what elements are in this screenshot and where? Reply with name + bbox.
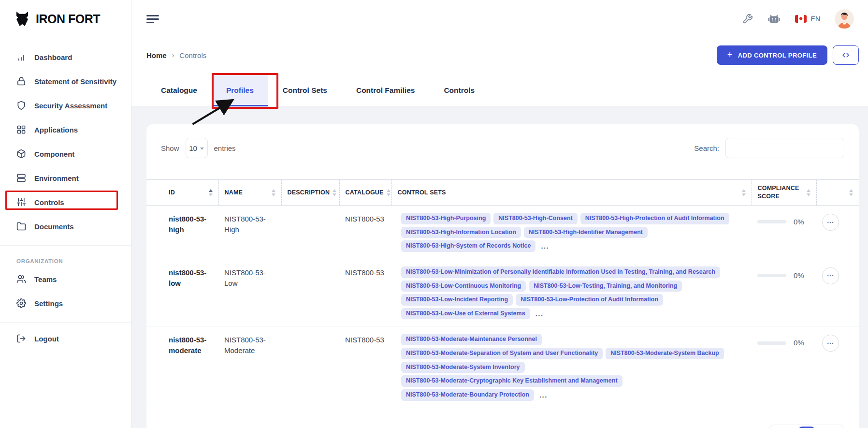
row-actions-button[interactable]: ...	[822, 214, 839, 231]
sidebar-item-security-assessment[interactable]: Security Assessment	[0, 93, 131, 118]
compliance-score-cell: 0%	[752, 326, 816, 408]
sort-icon	[272, 189, 275, 196]
compliance-progress-bar	[757, 274, 786, 277]
sidebar-item-component[interactable]: Component	[0, 142, 131, 166]
code-chevrons-icon	[841, 51, 851, 59]
profile-name-cell: NIST800-53-High	[218, 206, 281, 259]
row-actions-button[interactable]: ...	[822, 335, 839, 352]
control-set-badges: NIST800-53-Low-Minimization of Personall…	[401, 266, 742, 320]
more-ellipsis: ...	[538, 241, 549, 251]
sidebar-item-applications[interactable]: Applications	[0, 118, 131, 142]
column-header-description[interactable]: DESCRIPTION	[281, 180, 339, 206]
sidebar-item-controls[interactable]: Controls	[0, 190, 131, 214]
control-set-badge: NIST800-53-Moderate-Cryptographic Key Es…	[401, 375, 622, 387]
shield-icon	[16, 101, 26, 110]
add-control-profile-button[interactable]: + ADD CONTROL PROFILE	[717, 45, 827, 65]
control-set-badge: NIST800-53-High-Information Location	[401, 227, 521, 238]
row-actions-button[interactable]: ...	[822, 267, 839, 284]
folder-icon	[16, 221, 26, 231]
users-icon	[16, 274, 26, 284]
tab-control-families[interactable]: Control Families	[342, 74, 429, 106]
column-header-actions[interactable]	[816, 180, 859, 206]
column-header-id[interactable]: ID	[146, 180, 218, 206]
pagination-page-1-button[interactable]: 1	[798, 427, 815, 428]
control-set-badge: NIST800-53-Low-Continuous Monitoring	[401, 280, 526, 292]
language-code: EN	[811, 15, 820, 23]
logout-icon	[16, 334, 26, 343]
language-selector[interactable]: EN	[795, 15, 820, 23]
lock-icon	[16, 76, 26, 86]
app-shell: IRON FORT Dashboard Statement of Sensiti…	[0, 0, 868, 428]
control-set-badge: NIST800-53-Low-Minimization of Personall…	[401, 266, 720, 278]
page-head: Home › Controls + ADD CONTROL PROFILE Ca…	[131, 38, 868, 107]
more-ellipsis: ...	[533, 309, 544, 319]
sidebar-item-dashboard[interactable]: Dashboard	[0, 45, 131, 69]
profile-catalogue-cell: NIST800-53	[339, 206, 391, 259]
control-set-badge: NIST800-53-High-Consent	[493, 213, 578, 224]
sliders-icon	[16, 197, 26, 207]
code-view-button[interactable]	[833, 45, 859, 65]
column-header-name[interactable]: NAME	[218, 180, 281, 206]
control-set-badge: NIST800-53-High-Protection of Audit Info…	[580, 213, 729, 224]
page-size-control: Show 10 entries	[161, 138, 236, 158]
compliance-progress-bar	[757, 341, 786, 345]
profile-id-cell: nist800-53-moderate	[146, 326, 218, 408]
sidebar-item-statement-of-sensitivity[interactable]: Statement of Sensitivity	[0, 69, 131, 93]
profiles-table: ID NAME DESCRIPTION	[146, 179, 859, 408]
bar-chart-icon	[16, 52, 26, 62]
tab-control-sets[interactable]: Control Sets	[268, 74, 342, 106]
profile-description-cell	[281, 326, 339, 408]
pagination-prev-button[interactable]: ‹	[771, 425, 798, 428]
breadcrumb-current: Controls	[179, 51, 206, 59]
column-header-compliance-score[interactable]: COMPLIANCE SCORE	[752, 180, 816, 206]
search-control: Search:	[694, 138, 844, 158]
menu-toggle-icon[interactable]	[146, 13, 159, 25]
table-header-row: ID NAME DESCRIPTION	[146, 180, 859, 206]
profile-catalogue-cell: NIST800-53	[339, 259, 391, 326]
profiles-card: Show 10 entries Search:	[146, 124, 859, 428]
sidebar-item-documents[interactable]: Documents	[0, 214, 131, 238]
profile-id-cell: nist800-53-high	[146, 206, 218, 259]
table-row: nist800-53-highNIST800-53-HighNIST800-53…	[146, 206, 859, 259]
control-set-badge: NIST800-53-High-System of Records Notice	[401, 240, 535, 252]
sidebar-item-teams[interactable]: Teams	[0, 267, 131, 291]
page-size-select[interactable]: 10	[186, 138, 208, 158]
main-column: EN Home › Controls	[131, 0, 868, 428]
sort-icon	[807, 189, 810, 196]
fort-emblem-icon	[14, 10, 31, 28]
row-actions-cell: ...	[816, 206, 859, 259]
sidebar-item-label: Applications	[34, 126, 78, 134]
column-header-control-sets[interactable]: CONTROL SETS	[391, 180, 752, 206]
robot-icon[interactable]	[767, 13, 781, 25]
grid-icon	[16, 125, 26, 134]
tab-catalogue[interactable]: Catalogue	[146, 74, 212, 106]
brand-name: IRON FORT	[36, 12, 100, 26]
sidebar-item-environment[interactable]: Environment	[0, 166, 131, 190]
breadcrumb-separator-icon: ›	[167, 51, 180, 59]
profile-catalogue-cell: NIST800-53	[339, 326, 391, 408]
column-header-catalogue[interactable]: CATALOGUE	[339, 180, 391, 206]
sidebar-item-label: Dashboard	[34, 53, 72, 61]
sidebar-item-label: Documents	[34, 222, 74, 231]
sidebar-nav: Dashboard Statement of Sensitivity Secur…	[0, 38, 131, 351]
search-input[interactable]	[725, 138, 844, 158]
sidebar-item-logout[interactable]: Logout	[0, 326, 131, 351]
tab-profiles[interactable]: Profiles	[212, 74, 268, 106]
content-area: Show 10 entries Search:	[131, 107, 868, 428]
sidebar-item-label: Teams	[34, 275, 57, 283]
control-set-badge: NIST800-53-Moderate-Boundary Protection	[401, 389, 534, 401]
user-avatar[interactable]	[835, 9, 854, 29]
pagination-next-button[interactable]: ›	[815, 425, 842, 428]
chevron-down-icon	[200, 148, 204, 150]
control-set-badge: NIST800-53-Moderate-Maintenance Personne…	[401, 334, 542, 345]
wrench-icon[interactable]	[742, 14, 753, 24]
compliance-score-cell: 0%	[752, 206, 816, 259]
control-set-badge: NIST800-53-Low-Protection of Audit Infor…	[516, 294, 663, 306]
tab-controls[interactable]: Controls	[429, 74, 489, 106]
sort-icon	[333, 189, 336, 196]
control-set-badges: NIST800-53-Moderate-Maintenance Personne…	[401, 334, 742, 400]
sidebar-item-label: Logout	[34, 335, 59, 343]
sidebar-item-settings[interactable]: Settings	[0, 291, 131, 315]
brand-logo[interactable]: IRON FORT	[0, 0, 131, 38]
breadcrumb-home[interactable]: Home	[146, 51, 167, 59]
